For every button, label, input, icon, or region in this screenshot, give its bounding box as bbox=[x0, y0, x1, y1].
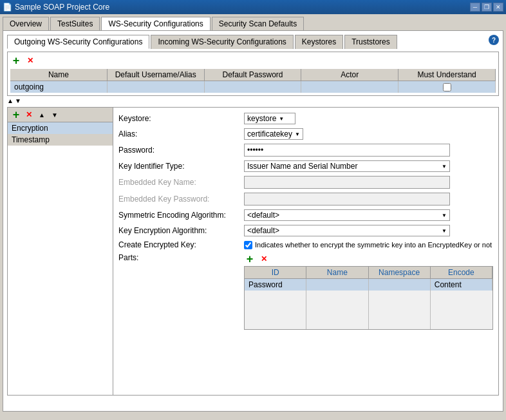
sub-tabs: Outgoing WS-Security Configurations Inco… bbox=[7, 35, 499, 49]
parts-empty-name bbox=[306, 291, 368, 329]
minimize-button[interactable]: ─ bbox=[470, 3, 480, 12]
symmetric-encoding-row: Symmetric Encoding Algorithm: <default> … bbox=[118, 209, 493, 221]
main-tabs: Overview TestSuites WS-Security Configur… bbox=[0, 14, 506, 30]
key-identifier-row: Key Identifier Type: Issuer Name and Ser… bbox=[118, 160, 493, 172]
parts-table: ID Name Namespace Encode Password Conten… bbox=[244, 266, 493, 330]
parts-col-namespace: Namespace bbox=[369, 267, 431, 278]
list-item-encryption[interactable]: Encryption bbox=[8, 122, 113, 134]
config-table-header: Name Default Username/Alias Default Pass… bbox=[10, 69, 496, 81]
embedded-key-password-input[interactable] bbox=[244, 193, 450, 205]
keystore-row: Keystore: keystore ▼ bbox=[118, 113, 493, 124]
arrow-up-icon: ▲ bbox=[7, 97, 14, 104]
tab-security-scan[interactable]: Security Scan Defaults bbox=[212, 17, 304, 30]
alias-dropdown[interactable]: certificatekey ▼ bbox=[244, 128, 303, 140]
left-panel: + ✕ ▲ ▼ Encryption Timestamp bbox=[7, 107, 113, 396]
arrow-down-icon: ▼ bbox=[15, 97, 21, 104]
col-username: Default Username/Alias bbox=[108, 69, 205, 81]
alias-dropdown-arrow: ▼ bbox=[295, 131, 300, 137]
col-actor: Actor bbox=[301, 69, 398, 81]
alias-control: certificatekey ▼ bbox=[244, 128, 493, 140]
add-part-button[interactable]: + bbox=[244, 253, 256, 265]
add-config-button[interactable]: + bbox=[10, 55, 22, 66]
parts-cell-namespace bbox=[369, 279, 431, 291]
key-identifier-control: Issuer Name and Serial Number ▼ bbox=[244, 160, 493, 172]
parts-col-encode: Encode bbox=[431, 267, 492, 278]
move-down-button[interactable]: ▼ bbox=[49, 109, 61, 120]
col-name: Name bbox=[10, 69, 108, 81]
key-identifier-label: Key Identifier Type: bbox=[118, 162, 244, 171]
embedded-key-name-label: Embedded Key Name: bbox=[118, 178, 244, 187]
remove-config-button[interactable]: ✕ bbox=[24, 55, 36, 66]
create-encrypted-key-checkbox[interactable] bbox=[244, 241, 252, 249]
subtab-truststores[interactable]: Truststores bbox=[344, 35, 397, 49]
move-up-button[interactable]: ▲ bbox=[36, 109, 48, 120]
alias-label: Alias: bbox=[118, 129, 244, 138]
parts-table-row[interactable]: Password Content bbox=[245, 279, 492, 291]
app-title: Sample SOAP Project Core bbox=[15, 3, 109, 12]
subtab-outgoing[interactable]: Outgoing WS-Security Configurations bbox=[7, 35, 149, 49]
parts-control: + ✕ ID Name Namespace Encode Password bbox=[244, 253, 493, 330]
title-bar: 📄 Sample SOAP Project Core ─ ❐ ✕ bbox=[0, 0, 506, 14]
keystore-dropdown-arrow: ▼ bbox=[279, 116, 284, 122]
parts-table-header: ID Name Namespace Encode bbox=[245, 267, 492, 279]
embedded-key-password-control bbox=[244, 193, 493, 205]
col-must-understand: Must Understand bbox=[398, 69, 496, 81]
add-item-button[interactable]: + bbox=[10, 109, 22, 120]
right-panel: Keystore: keystore ▼ Alias: certificatek… bbox=[113, 107, 499, 396]
col-password: Default Password bbox=[205, 69, 302, 81]
symmetric-encoding-arrow: ▼ bbox=[442, 213, 447, 218]
subtab-incoming[interactable]: Incoming WS-Security Configurations bbox=[151, 35, 293, 49]
embedded-key-name-row: Embedded Key Name: bbox=[118, 176, 493, 189]
restore-button[interactable]: ❐ bbox=[482, 3, 492, 12]
subtab-keystores[interactable]: Keystores bbox=[295, 35, 343, 49]
create-encrypted-key-label: Create Encrypted Key: bbox=[118, 240, 244, 249]
keystore-label: Keystore: bbox=[118, 114, 244, 123]
parts-cell-encode: Content bbox=[431, 279, 492, 291]
embedded-key-password-row: Embedded Key Password: bbox=[118, 193, 493, 205]
key-encryption-arrow: ▼ bbox=[442, 228, 447, 234]
password-row: Password: bbox=[118, 144, 493, 157]
symmetric-encoding-dropdown[interactable]: <default> ▼ bbox=[244, 209, 450, 221]
key-encryption-dropdown[interactable]: <default> ▼ bbox=[244, 225, 450, 236]
tab-ws-security[interactable]: WS-Security Configurations bbox=[101, 17, 210, 30]
title-bar-controls: ─ ❐ ✕ bbox=[470, 3, 503, 12]
cell-username bbox=[108, 81, 205, 93]
cell-password bbox=[205, 81, 302, 93]
split-container: + ✕ ▲ ▼ Encryption Timestamp Keystore: bbox=[7, 107, 499, 396]
parts-cell-name bbox=[306, 279, 368, 291]
key-identifier-arrow: ▼ bbox=[442, 164, 447, 169]
tab-overview[interactable]: Overview bbox=[3, 17, 49, 30]
tab-testsuites[interactable]: TestSuites bbox=[50, 17, 100, 30]
parts-cell-id: Password bbox=[245, 279, 306, 291]
remove-item-button[interactable]: ✕ bbox=[23, 109, 35, 120]
password-input[interactable] bbox=[244, 144, 450, 157]
keystore-dropdown[interactable]: keystore ▼ bbox=[244, 113, 295, 124]
section-toolbar: + ✕ bbox=[10, 55, 496, 66]
parts-toolbar: + ✕ bbox=[244, 253, 493, 265]
password-control bbox=[244, 144, 493, 157]
embedded-key-password-label: Embedded Key Password: bbox=[118, 195, 244, 204]
parts-empty-rows bbox=[245, 291, 492, 329]
parts-label: Parts: bbox=[118, 253, 244, 262]
create-encrypted-key-control: Indicates whether to encrypt the symmetr… bbox=[244, 241, 493, 249]
password-label: Password: bbox=[118, 146, 244, 155]
embedded-key-name-control bbox=[244, 176, 493, 189]
symmetric-encoding-label: Symmetric Encoding Algorithm: bbox=[118, 211, 244, 220]
create-encrypted-key-checkbox-label: Indicates whether to encrypt the symmetr… bbox=[244, 241, 493, 249]
must-understand-checkbox[interactable] bbox=[443, 83, 451, 91]
table-row[interactable]: outgoing bbox=[10, 81, 496, 93]
create-encrypted-key-row: Create Encrypted Key: Indicates whether … bbox=[118, 240, 493, 249]
close-window-button[interactable]: ✕ bbox=[493, 3, 503, 12]
section-box: + ✕ Name Default Username/Alias Default … bbox=[7, 52, 499, 96]
cell-name: outgoing bbox=[10, 81, 108, 93]
list-item-timestamp[interactable]: Timestamp bbox=[8, 134, 113, 146]
parts-empty-encode bbox=[431, 291, 492, 329]
key-encryption-control: <default> ▼ bbox=[244, 225, 493, 236]
remove-part-button[interactable]: ✕ bbox=[258, 253, 270, 265]
help-icon[interactable]: ? bbox=[489, 35, 499, 45]
left-panel-toolbar: + ✕ ▲ ▼ bbox=[8, 108, 113, 122]
keystore-control: keystore ▼ bbox=[244, 113, 493, 124]
key-identifier-dropdown[interactable]: Issuer Name and Serial Number ▼ bbox=[244, 160, 450, 172]
cell-must-understand[interactable] bbox=[398, 81, 496, 93]
embedded-key-name-input[interactable] bbox=[244, 176, 450, 189]
